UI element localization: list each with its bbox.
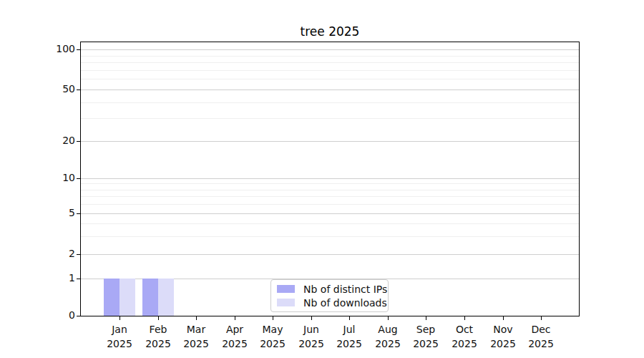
chart-title: tree 2025 bbox=[80, 24, 580, 39]
legend-item-downloads: Nb of downloads bbox=[277, 296, 382, 309]
gridline-minor-8 bbox=[81, 190, 579, 190]
gridline-minor-7 bbox=[81, 196, 579, 197]
y-tick-5 bbox=[77, 213, 80, 214]
y-tick-label-5: 5 bbox=[0, 207, 75, 218]
x-tick-jan bbox=[119, 316, 120, 320]
gridline-minor-4 bbox=[81, 223, 579, 224]
bar-distinct-ips-jan bbox=[104, 279, 119, 316]
legend-label-downloads: Nb of downloads bbox=[303, 297, 387, 309]
figure: tree 2025 1005020105210Jan 2025Feb 2025M… bbox=[0, 0, 644, 358]
plot-area bbox=[80, 42, 580, 316]
legend: Nb of distinct IPsNb of downloads bbox=[270, 279, 389, 312]
gridline-minor-3 bbox=[81, 236, 579, 237]
gridline-major-10 bbox=[81, 178, 579, 179]
x-tick-feb bbox=[158, 316, 159, 320]
y-tick-label-2: 2 bbox=[0, 248, 75, 259]
x-tick-label-dec: Dec 2025 bbox=[512, 322, 570, 351]
distinct-ips-swatch-icon bbox=[277, 285, 295, 293]
y-tick-2 bbox=[77, 254, 80, 255]
gridline-minor-30 bbox=[81, 118, 579, 119]
bar-distinct-ips-feb bbox=[142, 279, 158, 316]
y-tick-20 bbox=[77, 141, 80, 142]
gridline-major-100 bbox=[81, 49, 579, 50]
x-tick-oct bbox=[464, 316, 465, 320]
x-tick-dec bbox=[541, 316, 542, 320]
y-tick-label-10: 10 bbox=[0, 172, 75, 183]
x-tick-jul bbox=[349, 316, 350, 320]
y-tick-0 bbox=[77, 316, 80, 316]
legend-item-distinct-ips: Nb of distinct IPs bbox=[277, 283, 382, 295]
legend-label-distinct-ips: Nb of distinct IPs bbox=[303, 284, 387, 295]
y-tick-label-100: 100 bbox=[0, 43, 75, 54]
x-tick-jun bbox=[311, 316, 312, 320]
y-tick-label-0: 0 bbox=[0, 309, 75, 321]
gridline-minor-40 bbox=[81, 102, 579, 103]
gridline-major-20 bbox=[81, 141, 579, 142]
gridline-major-2 bbox=[81, 254, 579, 255]
bar-downloads-jan bbox=[119, 279, 135, 316]
gridline-major-5 bbox=[81, 213, 579, 214]
y-tick-label-20: 20 bbox=[0, 135, 75, 146]
gridline-minor-60 bbox=[81, 79, 579, 79]
gridline-minor-70 bbox=[81, 70, 579, 71]
y-tick-10 bbox=[77, 178, 80, 179]
y-tick-1 bbox=[77, 279, 80, 279]
x-tick-apr bbox=[235, 316, 235, 320]
downloads-swatch-icon bbox=[277, 299, 295, 306]
gridline-minor-80 bbox=[81, 62, 579, 63]
x-tick-nov bbox=[503, 316, 504, 320]
y-tick-label-50: 50 bbox=[0, 83, 75, 95]
bar-downloads-feb bbox=[158, 279, 174, 316]
x-tick-aug bbox=[388, 316, 389, 320]
x-tick-sep bbox=[426, 316, 426, 320]
y-tick-50 bbox=[77, 90, 80, 90]
x-tick-may bbox=[273, 316, 273, 320]
gridline-minor-9 bbox=[81, 183, 579, 184]
gridline-minor-90 bbox=[81, 56, 579, 57]
x-tick-mar bbox=[196, 316, 197, 320]
gridline-minor-6 bbox=[81, 204, 579, 205]
y-tick-label-1: 1 bbox=[0, 272, 75, 284]
y-tick-100 bbox=[77, 49, 80, 50]
gridline-major-50 bbox=[81, 90, 579, 90]
